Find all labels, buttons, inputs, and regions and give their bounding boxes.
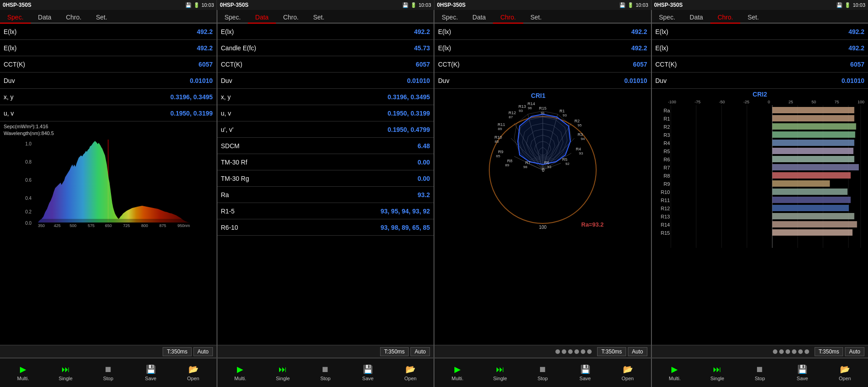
save-icon-3: 💾 [580,364,590,374]
tab-spec-4[interactable]: Spec. [652,12,683,24]
svg-rect-16 [37,219,190,223]
svg-text:92: 92 [565,162,569,166]
svg-text:R2: R2 [663,124,670,130]
svg-text:425: 425 [54,223,61,228]
timing-time-3[interactable]: T:350ms [597,347,626,356]
tab-set-2[interactable]: Set. [306,12,332,24]
stop-button-4[interactable]: ⏹ Stop [748,365,771,381]
cri2-container: CRI2 -100 -75 -50 -25 0 25 50 75 100 [652,89,868,253]
svg-text:0.8: 0.8 [25,160,32,164]
timing-auto-3[interactable]: Auto [628,347,647,356]
battery-icon-3: 🔋 [627,2,634,8]
svg-text:0: 0 [542,168,545,173]
stop-button-3[interactable]: ⏹ Stop [531,365,554,381]
tab-data-1[interactable]: Data [31,12,59,24]
svg-rect-111 [772,221,857,227]
open-label-4: Open [839,376,851,381]
single-button-4[interactable]: ⏭ Single [706,365,728,381]
open-button-1[interactable]: 📂 Open [182,364,205,381]
open-button-2[interactable]: 📂 Open [399,364,422,381]
skip-icon-4: ⏭ [713,365,721,374]
data-row: CCT(K) 6057 [217,56,434,73]
data-row: CCT(K) 6057 [652,56,868,73]
save-button-3[interactable]: 💾 Save [574,364,597,381]
svg-text:89: 89 [505,163,509,167]
svg-text:R5: R5 [663,149,670,154]
save-button-4[interactable]: 💾 Save [791,364,814,381]
tab-data-4[interactable]: Data [682,12,710,24]
data-row: CCT(K) 6057 [0,56,217,73]
dot [581,349,585,354]
svg-text:94: 94 [581,137,585,141]
timing-time-2[interactable]: T:350ms [380,347,409,356]
tab-bar-4: Spec. Data Chro. Set. [652,10,868,24]
svg-rect-101 [772,180,829,187]
single-button-2[interactable]: ⏭ Single [271,365,294,381]
svg-text:R11: R11 [497,122,505,127]
tab-spec-1[interactable]: Spec. [0,12,31,24]
single-label-1: Single [59,376,73,381]
svg-text:R6: R6 [544,160,550,165]
stop-label-4: Stop [755,376,765,381]
data-table-4: E(lx) 492.2 E(lx) 492.2 CCT(K) 6057 Duv … [652,24,868,89]
single-button-3[interactable]: ⏭ Single [489,365,511,381]
svg-text:R1: R1 [663,116,670,121]
stop-button-1[interactable]: ⏹ Stop [97,365,120,381]
svg-text:800: 800 [141,223,148,228]
save-button-2[interactable]: 💾 Save [357,364,379,381]
tab-chro-3[interactable]: Chro. [493,12,523,24]
tab-set-1[interactable]: Set. [89,12,115,24]
svg-rect-89 [772,131,855,138]
data-row: TM-30 Rg 0.00 [217,170,434,187]
data-row: Duv 0.01010 [434,73,651,89]
svg-text:R8: R8 [507,159,512,163]
data-table-1: E(lx) 492.2 E(lx) 492.2 CCT(K) 6057 Duv … [0,24,217,121]
skip-icon-1: ⏭ [62,365,70,374]
timing-auto-1[interactable]: Auto [193,347,213,356]
stop-button-2[interactable]: ⏹ Stop [314,365,337,381]
data-row: Duv 0.01010 [217,73,434,89]
toolbar-section-3: ▶ Multi. ⏭ Single ⏹ Stop 💾 Save 📂 Open [434,358,652,387]
svg-text:500: 500 [70,223,77,228]
save-label-3: Save [579,376,591,381]
timing-auto-2[interactable]: Auto [410,347,430,356]
data-row: E(lx) 492.2 [434,24,651,40]
tab-spec-3[interactable]: Spec. [434,12,465,24]
single-button-1[interactable]: ⏭ Single [54,365,77,381]
data-table-3: E(lx) 492.2 E(lx) 492.2 CCT(K) 6057 Duv … [434,24,651,89]
svg-text:R15: R15 [539,106,546,111]
spectrum-container: Sepc(mW/m²):1.416 Wavelength(nm):840.5 1… [0,121,217,230]
tab-spec-2[interactable]: Spec. [217,12,248,24]
svg-text:R12: R12 [661,206,670,211]
open-icon-3: 📂 [623,364,633,374]
tab-chro-1[interactable]: Chro. [58,12,88,24]
tab-data-3[interactable]: Data [465,12,493,24]
svg-text:65: 65 [496,154,500,158]
top-bar-icons-4: 💾 🔋 10:03 [836,2,865,8]
open-button-3[interactable]: 📂 Open [617,364,639,381]
panel-1: Spec. Data Chro. Set. E(lx) 492.2 E(lx) … [0,10,217,358]
svg-text:R3: R3 [578,132,583,137]
tab-chro-4[interactable]: Chro. [710,12,740,24]
tab-data-2[interactable]: Data [248,12,276,24]
timing-time-1[interactable]: T:350ms [163,347,191,356]
multi-button-2[interactable]: ▶ Multi. [229,364,251,381]
multi-label-4: Multi. [669,376,680,381]
single-label-3: Single [493,376,507,381]
tab-bar-3: Spec. Data Chro. Set. [434,10,651,24]
multi-button-4[interactable]: ▶ Multi. [663,364,686,381]
open-button-4[interactable]: 📂 Open [834,364,856,381]
tab-set-4[interactable]: Set. [740,12,766,24]
timing-dots-4 [773,349,809,354]
save-button-1[interactable]: 💾 Save [140,364,162,381]
timing-time-4[interactable]: T:350ms [815,347,843,356]
multi-button-3[interactable]: ▶ Multi. [446,364,469,381]
skip-icon-3: ⏭ [496,365,504,374]
save-label-1: Save [145,376,156,381]
svg-text:950nm: 950nm [178,223,190,228]
timing-auto-4[interactable]: Auto [845,347,864,356]
tab-set-3[interactable]: Set. [523,12,549,24]
main-container: 0HSP-350S 💾 🔋 10:03 0HSP-350S 💾 🔋 10:03 … [0,0,868,387]
multi-button-1[interactable]: ▶ Multi. [12,364,34,381]
tab-chro-2[interactable]: Chro. [276,12,306,24]
